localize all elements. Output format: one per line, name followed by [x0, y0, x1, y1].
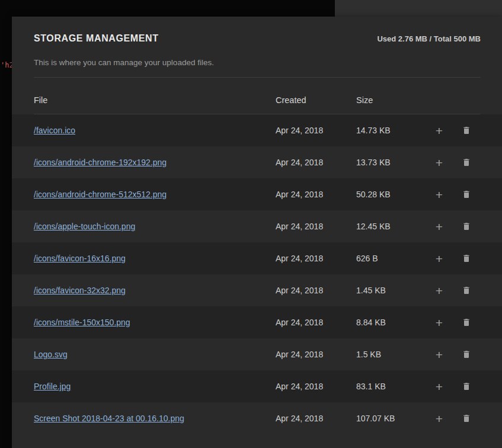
delete-button[interactable]: [457, 345, 476, 364]
trash-icon: [462, 189, 471, 200]
file-link[interactable]: /icons/favicon-16x16.png: [34, 254, 276, 263]
plus-icon: +: [436, 284, 443, 297]
delete-button[interactable]: [457, 249, 476, 268]
delete-button[interactable]: [457, 281, 476, 300]
trash-icon: [462, 413, 471, 424]
add-button[interactable]: +: [430, 153, 449, 172]
trash-icon: [462, 285, 471, 296]
file-link[interactable]: Logo.svg: [34, 350, 276, 359]
file-table-body: /favicon.ico Apr 24, 2018 14.73 KB + /ic…: [34, 114, 481, 434]
table-row: /icons/mstile-150x150.png Apr 24, 2018 8…: [12, 306, 502, 338]
column-header-file: File: [34, 95, 276, 105]
file-size: 13.73 KB: [356, 158, 426, 167]
plus-icon: +: [436, 316, 443, 329]
background-code-fragment: 'h2>: [1, 61, 12, 69]
trash-icon: [462, 157, 471, 168]
file-link[interactable]: Profile.jpg: [34, 382, 276, 391]
file-size: 50.28 KB: [356, 190, 426, 199]
storage-usage-label: Used 2.76 MB / Total 500 MB: [377, 34, 481, 43]
storage-management-panel: STORAGE MANAGEMENT Used 2.76 MB / Total …: [12, 17, 502, 448]
plus-icon: +: [436, 220, 443, 233]
table-row: /icons/apple-touch-icon.png Apr 24, 2018…: [12, 210, 502, 242]
file-size: 626 B: [356, 254, 426, 263]
add-button[interactable]: +: [430, 185, 449, 204]
file-link[interactable]: /icons/android-chrome-192x192.png: [34, 158, 276, 167]
delete-button[interactable]: [457, 377, 476, 396]
table-row: /icons/favicon-16x16.png Apr 24, 2018 62…: [12, 242, 502, 274]
trash-icon: [462, 349, 471, 360]
table-row: Profile.jpg Apr 24, 2018 83.1 KB +: [12, 370, 502, 402]
file-created: Apr 24, 2018: [276, 286, 356, 295]
add-button[interactable]: +: [430, 217, 449, 236]
trash-icon: [462, 317, 471, 328]
file-created: Apr 24, 2018: [276, 254, 356, 263]
delete-button[interactable]: [457, 185, 476, 204]
table-row: Logo.svg Apr 24, 2018 1.5 KB +: [12, 338, 502, 370]
add-button[interactable]: +: [430, 281, 449, 300]
file-created: Apr 24, 2018: [276, 222, 356, 231]
delete-button[interactable]: [457, 217, 476, 236]
delete-button[interactable]: [457, 313, 476, 332]
file-link[interactable]: /icons/favicon-32x32.png: [34, 286, 276, 295]
table-row: /icons/favicon-32x32.png Apr 24, 2018 1.…: [12, 274, 502, 306]
table-header-row: File Created Size: [34, 78, 481, 114]
file-created: Apr 24, 2018: [276, 190, 356, 199]
file-size: 1.5 KB: [356, 350, 426, 359]
file-size: 83.1 KB: [356, 382, 426, 391]
plus-icon: +: [436, 188, 443, 201]
table-row: /favicon.ico Apr 24, 2018 14.73 KB +: [12, 114, 502, 146]
add-button[interactable]: +: [430, 377, 449, 396]
plus-icon: +: [436, 156, 443, 169]
trash-icon: [462, 253, 471, 264]
file-created: Apr 24, 2018: [276, 126, 356, 135]
plus-icon: +: [436, 412, 443, 425]
file-size: 107.07 KB: [356, 414, 426, 423]
file-created: Apr 24, 2018: [276, 350, 356, 359]
table-row: /icons/android-chrome-192x192.png Apr 24…: [12, 146, 502, 178]
file-link[interactable]: Screen Shot 2018-04-23 at 00.16.10.png: [34, 414, 276, 423]
add-button[interactable]: +: [430, 313, 449, 332]
background-gray-strip: [335, 0, 502, 17]
file-created: Apr 24, 2018: [276, 414, 356, 423]
column-header-size: Size: [356, 95, 426, 105]
plus-icon: +: [436, 348, 443, 361]
panel-subtitle: This is where you can manage your upload…: [34, 58, 481, 67]
file-created: Apr 24, 2018: [276, 318, 356, 327]
plus-icon: +: [436, 124, 443, 137]
plus-icon: +: [436, 380, 443, 393]
delete-button[interactable]: [457, 153, 476, 172]
trash-icon: [462, 381, 471, 392]
file-created: Apr 24, 2018: [276, 382, 356, 391]
file-link[interactable]: /icons/android-chrome-512x512.png: [34, 190, 276, 199]
file-created: Apr 24, 2018: [276, 158, 356, 167]
file-link[interactable]: /icons/mstile-150x150.png: [34, 318, 276, 327]
add-button[interactable]: +: [430, 121, 449, 140]
column-header-created: Created: [276, 95, 356, 105]
page-title: STORAGE MANAGEMENT: [34, 33, 159, 44]
file-size: 8.84 KB: [356, 318, 426, 327]
table-row: /icons/android-chrome-512x512.png Apr 24…: [12, 178, 502, 210]
file-size: 14.73 KB: [356, 126, 426, 135]
file-link[interactable]: /icons/apple-touch-icon.png: [34, 222, 276, 231]
delete-button[interactable]: [457, 409, 476, 428]
delete-button[interactable]: [457, 121, 476, 140]
table-row: Screen Shot 2018-04-23 at 00.16.10.png A…: [12, 402, 502, 434]
panel-header: STORAGE MANAGEMENT Used 2.76 MB / Total …: [34, 33, 481, 44]
trash-icon: [462, 125, 471, 136]
add-button[interactable]: +: [430, 249, 449, 268]
add-button[interactable]: +: [430, 409, 449, 428]
file-size: 12.45 KB: [356, 222, 426, 231]
file-size: 1.45 KB: [356, 286, 426, 295]
file-link[interactable]: /favicon.ico: [34, 126, 276, 135]
trash-icon: [462, 221, 471, 232]
plus-icon: +: [436, 252, 443, 265]
add-button[interactable]: +: [430, 345, 449, 364]
